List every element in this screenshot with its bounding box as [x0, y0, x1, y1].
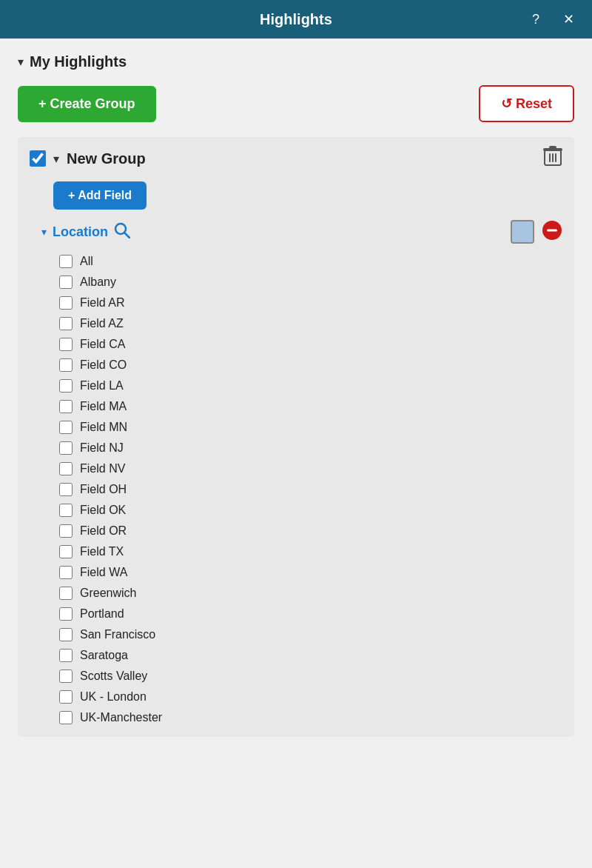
field-chevron-icon[interactable]: ▾: [41, 226, 47, 238]
remove-field-button[interactable]: [542, 220, 562, 244]
list-item: San Francisco: [59, 624, 562, 645]
list-item: Field OH: [59, 479, 562, 500]
list-item: Greenwich: [59, 583, 562, 604]
checkbox-label[interactable]: Portland: [80, 607, 124, 621]
titlebar-actions: ? ✕: [524, 7, 580, 31]
list-item: Albany: [59, 272, 562, 293]
trash-icon: [543, 146, 562, 167]
titlebar: Highlights ? ✕: [0, 0, 592, 39]
checkbox-label[interactable]: Field OR: [80, 524, 127, 538]
checkbox-label[interactable]: Field NV: [80, 462, 125, 475]
field-header-left: ▾ Location: [41, 222, 130, 242]
list-item: Field MN: [59, 417, 562, 438]
checkbox-cb-ma[interactable]: [59, 400, 73, 413]
highlights-window: Highlights ? ✕ ▾ My Highlights + Create …: [0, 0, 592, 868]
checkbox-label[interactable]: Field AZ: [80, 317, 124, 330]
checkbox-label[interactable]: Field WA: [80, 566, 127, 579]
checkbox-cb-oh[interactable]: [59, 483, 73, 496]
list-item: All: [59, 251, 562, 272]
checkbox-label[interactable]: Field TX: [80, 545, 124, 558]
list-item: Field LA: [59, 375, 562, 396]
checkbox-list: AllAlbanyField ARField AZField CAField C…: [59, 251, 562, 728]
list-item: Field NV: [59, 458, 562, 479]
checkbox-label[interactable]: UK - London: [80, 690, 147, 704]
reset-button[interactable]: ↺ Reset: [479, 85, 574, 122]
svg-rect-1: [549, 153, 551, 162]
list-item: Field CA: [59, 334, 562, 355]
checkbox-cb-mn[interactable]: [59, 421, 73, 434]
checkbox-cb-scotts[interactable]: [59, 670, 73, 683]
group-chevron-icon[interactable]: ▾: [53, 152, 59, 166]
checkbox-label[interactable]: Field AR: [80, 296, 124, 310]
group-container: ▾ New Group + Add Field: [18, 137, 574, 737]
section-title: My Highlights: [30, 53, 127, 70]
checkbox-label[interactable]: All: [80, 255, 93, 268]
content-area: ▾ My Highlights + Create Group ↺ Reset ▾…: [0, 39, 592, 868]
section-header: ▾ My Highlights: [18, 53, 574, 70]
checkbox-cb-az[interactable]: [59, 317, 73, 330]
checkbox-label[interactable]: Field MN: [80, 421, 127, 434]
checkbox-label[interactable]: Field OH: [80, 483, 127, 496]
checkbox-label[interactable]: Field OK: [80, 504, 126, 517]
field-label: Location: [53, 224, 108, 240]
checkbox-cb-saratoga[interactable]: [59, 649, 73, 662]
color-swatch[interactable]: [511, 220, 534, 244]
checkbox-label[interactable]: San Francisco: [80, 628, 155, 641]
checkbox-label[interactable]: UK-Manchester: [80, 711, 162, 724]
checkbox-cb-ok[interactable]: [59, 504, 73, 517]
checkbox-cb-ar[interactable]: [59, 296, 73, 310]
checkbox-label[interactable]: Saratoga: [80, 649, 128, 662]
list-item: Field CO: [59, 355, 562, 375]
checkbox-cb-portland[interactable]: [59, 607, 73, 621]
field-section: ▾ Location: [41, 220, 562, 728]
svg-rect-9: [547, 230, 557, 232]
checkbox-cb-wa[interactable]: [59, 566, 73, 579]
checkbox-label[interactable]: Field LA: [80, 379, 124, 393]
window-title: Highlights: [260, 11, 332, 28]
field-header-right: [511, 220, 562, 244]
section-chevron-icon[interactable]: ▾: [18, 55, 24, 69]
checkbox-cb-or[interactable]: [59, 524, 73, 538]
list-item: Portland: [59, 604, 562, 624]
checkbox-cb-nv[interactable]: [59, 462, 73, 475]
list-item: Field OR: [59, 521, 562, 541]
search-icon[interactable]: [114, 222, 130, 242]
list-item: Field WA: [59, 562, 562, 583]
group-header-left: ▾ New Group: [30, 150, 146, 167]
svg-rect-5: [549, 146, 556, 149]
checkbox-cb-nj[interactable]: [59, 441, 73, 455]
list-item: Field AZ: [59, 313, 562, 334]
list-item: Saratoga: [59, 645, 562, 666]
checkbox-label[interactable]: Field CA: [80, 338, 125, 351]
toolbar-row: + Create Group ↺ Reset: [18, 85, 574, 122]
checkbox-cb-tx[interactable]: [59, 545, 73, 558]
create-group-button[interactable]: + Create Group: [18, 86, 156, 122]
group-checkbox[interactable]: [30, 150, 46, 167]
checkbox-cb-sf[interactable]: [59, 628, 73, 641]
checkbox-cb-uklondon[interactable]: [59, 690, 73, 704]
field-header: ▾ Location: [41, 220, 562, 244]
help-button[interactable]: ?: [524, 7, 548, 31]
checkbox-label[interactable]: Field MA: [80, 400, 127, 413]
checkbox-label[interactable]: Field CO: [80, 358, 127, 372]
checkbox-cb-albany[interactable]: [59, 276, 73, 289]
checkbox-cb-all[interactable]: [59, 255, 73, 268]
checkbox-cb-la[interactable]: [59, 379, 73, 393]
add-field-button[interactable]: + Add Field: [53, 181, 147, 210]
list-item: Field OK: [59, 500, 562, 521]
checkbox-label[interactable]: Scotts Valley: [80, 670, 147, 683]
list-item: Field TX: [59, 541, 562, 562]
checkbox-cb-ukmanchester[interactable]: [59, 711, 73, 724]
close-button[interactable]: ✕: [556, 7, 580, 31]
list-item: Scotts Valley: [59, 666, 562, 687]
checkbox-label[interactable]: Albany: [80, 276, 116, 289]
checkbox-cb-greenwich[interactable]: [59, 587, 73, 600]
checkbox-label[interactable]: Field NJ: [80, 441, 124, 455]
svg-rect-3: [555, 153, 556, 162]
checkbox-cb-ca[interactable]: [59, 338, 73, 351]
group-title: New Group: [67, 150, 146, 167]
checkbox-cb-co[interactable]: [59, 358, 73, 372]
group-header: ▾ New Group: [30, 146, 562, 171]
checkbox-label[interactable]: Greenwich: [80, 587, 136, 600]
delete-group-button[interactable]: [543, 146, 562, 171]
